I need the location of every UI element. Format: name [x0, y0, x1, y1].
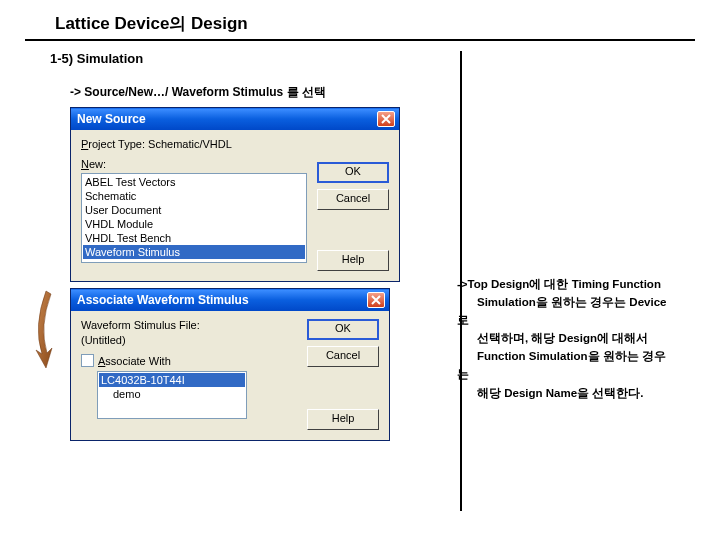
help-button[interactable]: Help [317, 250, 389, 271]
titlebar: Associate Waveform Stimulus [71, 289, 389, 311]
close-button[interactable] [367, 292, 385, 308]
associate-checkbox-row: Associate With [81, 354, 297, 367]
dialog-left: PProject Type: Schematic/VHDLroject Type… [81, 138, 307, 271]
annotation-line: 해당 Design Name을 선택한다. [457, 385, 705, 401]
section-title: 1-5) Simulation [50, 51, 460, 66]
associate-listbox[interactable]: LC4032B-10T44I demo [97, 371, 247, 419]
cancel-button[interactable]: Cancel [307, 346, 379, 367]
arrow-icon [28, 286, 58, 371]
left-column: 1-5) Simulation -> Source/New…/ Waveform… [0, 51, 460, 511]
dialog-title: New Source [77, 112, 146, 126]
annotation-line: 는 [457, 366, 705, 382]
list-item[interactable]: VHDL Module [83, 217, 305, 231]
close-icon [381, 114, 391, 124]
titlebar: New Source [71, 108, 399, 130]
ok-button[interactable]: OK [307, 319, 379, 340]
associate-waveform-dialog: Associate Waveform Stimulus Waveform Sti… [70, 288, 390, 441]
associate-checkbox[interactable] [81, 354, 94, 367]
stimulus-file-label: Waveform Stimulus File: [81, 319, 297, 331]
annotation-line: ->Top Design에 대한 Timing Function [457, 276, 705, 292]
dialog-buttons: OK Cancel Help [317, 138, 389, 271]
associate-label: Associate With [98, 355, 171, 367]
dialog-buttons: OK Cancel Help [307, 319, 379, 430]
annotation-line: 선택하며, 해당 Design에 대해서 [457, 330, 705, 346]
list-item[interactable]: User Document [83, 203, 305, 217]
list-item[interactable]: ABEL Test Vectors [83, 175, 305, 189]
close-icon [371, 295, 381, 305]
list-item[interactable]: Waveform Stimulus [83, 245, 305, 259]
right-annotation: ->Top Design에 대한 Timing Function Simulat… [457, 276, 705, 403]
stimulus-file-value: (Untitled) [81, 334, 297, 346]
project-type-label: PProject Type: Schematic/VHDLroject Type… [81, 138, 307, 150]
annotation-line: 로 [457, 312, 705, 328]
dialog-left: Waveform Stimulus File: (Untitled) Assoc… [81, 319, 297, 430]
list-item[interactable]: Schematic [83, 189, 305, 203]
new-label: New: [81, 158, 307, 170]
cancel-button[interactable]: Cancel [317, 189, 389, 210]
right-column: ->Top Design에 대한 Timing Function Simulat… [460, 51, 710, 511]
instruction-text: -> Source/New…/ Waveform Stimulus 를 선택 [70, 84, 460, 101]
list-item[interactable]: demo [99, 387, 245, 401]
close-button[interactable] [377, 111, 395, 127]
help-button[interactable]: Help [307, 409, 379, 430]
annotation-line: Function Simulation을 원하는 경우 [457, 348, 705, 364]
dialog-title: Associate Waveform Stimulus [77, 293, 249, 307]
ok-button[interactable]: OK [317, 162, 389, 183]
list-item[interactable]: VHDL Test Bench [83, 231, 305, 245]
list-item[interactable]: LC4032B-10T44I [99, 373, 245, 387]
page-title: Lattice Device의 Design [25, 0, 695, 41]
content: 1-5) Simulation -> Source/New…/ Waveform… [0, 41, 720, 511]
dialog-body: Waveform Stimulus File: (Untitled) Assoc… [71, 311, 389, 440]
source-type-listbox[interactable]: ABEL Test Vectors Schematic User Documen… [81, 173, 307, 263]
annotation-line: Simulation을 원하는 경우는 Device [457, 294, 705, 310]
dialog-body: PProject Type: Schematic/VHDLroject Type… [71, 130, 399, 281]
new-source-dialog: New Source PProject Type: Schematic/VHDL… [70, 107, 400, 282]
